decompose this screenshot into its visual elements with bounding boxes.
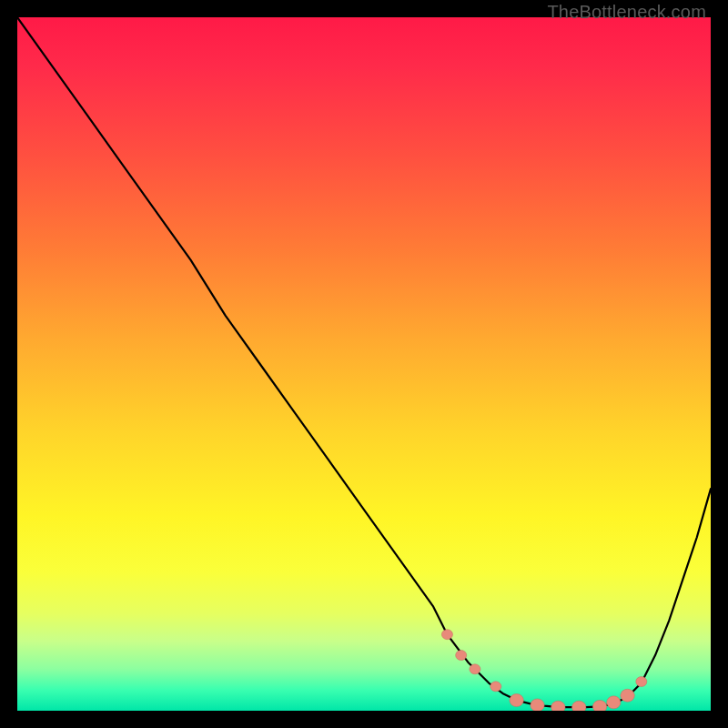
watermark-text: TheBottleneck.com: [547, 2, 706, 23]
gradient-plot-area: [17, 17, 711, 711]
